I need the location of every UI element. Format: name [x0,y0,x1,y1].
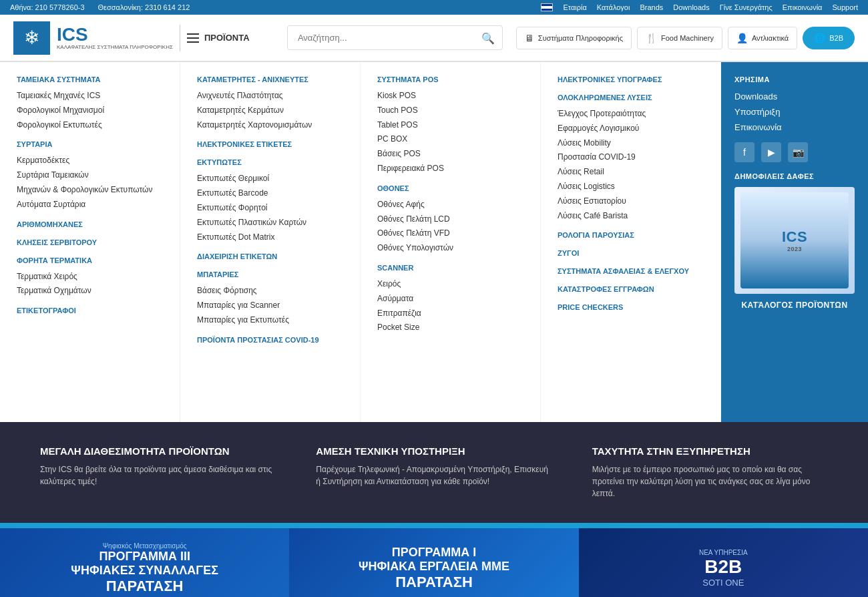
item-katam-xartono[interactable]: Καταμετρητές Χαρτονομισμάτων [197,120,343,131]
search-icon[interactable]: 🔍 [481,31,495,44]
item-sc-xeiros[interactable]: Χειρός [377,278,523,290]
cat-hl-etik[interactable]: ΗΛΕΚΤΡΟΝΙΚΕΣ ΕΤΙΚΕΤΕΣ [197,140,343,148]
item-forologikoi-ekt[interactable]: Φορολογικοί Εκτυπωτές [17,120,163,131]
cat-price-check[interactable]: PRICE CHECKERS [558,303,704,311]
item-anix-plast[interactable]: Ανιχνευτές Πλαστότητας [197,90,343,102]
cat-kliseis[interactable]: ΚΛΗΣΕΙΣ ΣΕΡΒΙΤΟΡΟΥ [17,238,163,246]
link-downloads[interactable]: Downloads [673,3,709,11]
panel-link-downloads[interactable]: Downloads [734,91,855,102]
feature-2-text: Παρέχουμε Τηλεφωνική - Απομακρυσμένη Υπο… [316,463,552,487]
item-oth-pelat-lcd[interactable]: Οθόνες Πελάτη LCD [377,214,523,225]
item-lyseis-est[interactable]: Λύσεις Εστιατορίου [558,196,704,207]
item-efarm-log[interactable]: Εφαρμογές Λογισμικού [558,123,704,134]
banner-2-sub: ΠΑΡΑΤΑΣΗ [359,574,509,591]
monitor-icon: 🖥 [525,33,534,43]
item-forologikoi-mhx[interactable]: Φορολογικοί Μηχανισμοί [17,105,163,116]
catalog-image[interactable]: ICS 2023 [734,187,855,294]
item-sc-epitr[interactable]: Επιτραπέζια [377,308,523,319]
menu-col-2: ΚΑΤΑΜΕΤΡΗΤΕΣ - ΑΝΙΧΝΕΥΤΕΣ Ανιχνευτές Πλα… [180,62,361,422]
item-touch[interactable]: Touch POS [377,105,523,116]
btn-systems[interactable]: 🖥 Συστήματα Πληροφορικής [516,27,632,49]
dhmof-title: ΔΗΜΟΦΙΛΕΙΣ ΔΑΦΕΣ [734,172,855,180]
item-mhxanon-foto[interactable]: Μηχανών & Φορολογικών Εκτυπωτών [17,184,163,196]
cat-arithmo[interactable]: ΑΡΙΘΜΟΜΗΧΑΝΕΣ [17,220,163,228]
item-perif-pos[interactable]: Περιφερειακά POS [377,163,523,174]
item-term-oxim[interactable]: Τερματικά Οχημάτων [17,285,163,296]
item-oth-ypol[interactable]: Οθόνες Υπολογιστών [377,242,523,254]
btn-food[interactable]: 🍴 Food Machinery [637,27,722,49]
link-epikoinwnia[interactable]: Επικοινωνία [783,3,823,11]
cat-scanner[interactable]: SCANNER [377,264,523,272]
item-oth-afis[interactable]: Οθόνες Αφής [377,199,523,210]
item-mpat-scanner[interactable]: Μπαταρίες για Scanner [197,300,343,311]
cat-diak-etik[interactable]: ΔΙΑΧΕΙΡΙΣΗ ΕΤΙΚΕΤΩΝ [197,252,343,260]
item-tablet[interactable]: Tablet POS [377,120,523,131]
panel-link-support[interactable]: Υποστήριξη [734,107,855,117]
link-brands[interactable]: Brands [640,3,663,11]
cat-mpataries[interactable]: ΜΠΑΤΑΡΙΕΣ [197,270,343,278]
link-support[interactable]: Support [832,3,858,11]
item-lyseis-mob[interactable]: Λύσεις Mobility [558,138,704,149]
btn-b2b[interactable]: 🌐 B2B [803,27,855,49]
item-mpat-ekt[interactable]: Μπαταρίες για Εκτυπωτές [197,315,343,326]
cat-forita[interactable]: ΦΟΡΗΤΑ ΤΕΡΜΑΤΙΚΑ [17,256,163,264]
item-kiosk[interactable]: Kiosk POS [377,90,523,102]
item-automata[interactable]: Αυτόματα Συρτάρια [17,199,163,210]
link-katalogoi[interactable]: Κατάλογοι [597,3,630,11]
item-term-xeiros[interactable]: Τερματικά Χειρός [17,271,163,282]
item-pcbox[interactable]: PC BOX [377,134,523,145]
item-ekt-barcode[interactable]: Εκτυπωτές Barcode [197,188,343,199]
cat-zygoi[interactable]: ΖΥΓΟΙ [558,249,704,257]
cat-ektyp[interactable]: ΕΚΤΥΠΩΤΕΣ [197,158,343,166]
item-prost-covid[interactable]: Προστασία COVID-19 [558,152,704,163]
cat-syrtatia[interactable]: ΣΥΡΤΑΡΙΑ [17,140,163,148]
link-synergatis[interactable]: Γίνε Συνεργάτης [720,3,773,11]
item-sc-pocket[interactable]: Pocket Size [377,322,523,333]
cat-covid[interactable]: ΠΡΟΪΟΝΤΑ ΠΡΟΣΤΑΣΙΑΣ COVID-19 [197,336,343,344]
nav-products[interactable]: ΠΡΟΪΟΝΤΑ [187,33,274,43]
banner-2[interactable]: ΠΡΟΓΡΑΜΜΑ ΙΨΗΦΙΑΚΑ ΕΡΓΑΛΕΙΑ ΜΜΕ ΠΑΡΑΤΑΣΗ [289,528,578,597]
banner-1-tag: Ψηφιακός Μετασχηματισμός [71,542,218,550]
cat-tameiaka[interactable]: ΤΑΜΕΙΑΚΑ ΣΥΣΤΗΜΑΤΑ [17,75,163,83]
menu-col-3: ΣΥΣΤΗΜΑΤΑ POS Kiosk POS Touch POS Tablet… [361,62,541,422]
item-ekt-plast[interactable]: Εκτυπωτές Πλαστικών Καρτών [197,217,343,228]
item-lyseis-log[interactable]: Λύσεις Logistics [558,181,704,192]
item-tameiakes-mhxanes[interactable]: Ταμειακές Μηχανές ICS [17,90,163,102]
cat-katastr[interactable]: ΚΑΤΑΣΤΡΟΦΕΣ ΕΓΓΡΑΦΩΝ [558,285,704,293]
instagram-icon[interactable]: 📷 [788,142,808,162]
link-etairia[interactable]: Εταιρία [563,3,586,11]
item-syrtatia-tam[interactable]: Συρτάρια Ταμειακών [17,170,163,181]
item-oth-pelat-vfd[interactable]: Οθόνες Πελάτη VFD [377,228,523,239]
item-vaseis-pos[interactable]: Βάσεις POS [377,148,523,160]
panel-link-contact[interactable]: Επικοινωνία [734,122,855,132]
item-lyseis-cafe[interactable]: Λύσεις Café Barista [558,210,704,222]
cat-syst-pos[interactable]: ΣΥΣΤΗΜΑΤΑ POS [377,75,523,83]
flag-icon[interactable] [541,3,553,11]
logo-text: ICS ΚΑΛΑΦΑΤΕΛΗΣ ΣΥΣΤΗΜΑΤΑ ΠΛΗΡΟΦΟΡΙΚΗΣ [57,25,173,51]
logo-icon[interactable] [13,21,50,55]
item-elegxos-prot[interactable]: Έλεγχος Προτεραιότητας [558,108,704,120]
item-ekt-therm[interactable]: Εκτυπωτές Θερμικοί [197,173,343,184]
banner-3[interactable]: ΝΕΑ ΥΠΗΡΕΣΙΑ B2B SOTI ONE [579,528,868,597]
cat-hl-ypografes[interactable]: ΗΛΕΚΤΡΟΝΙΚΕΣ ΥΠΟΓΡΑΦΕΣ [558,75,704,83]
cat-othones[interactable]: ΟΘΟΝΕΣ [377,184,523,192]
cat-rologia[interactable]: ΡΟΛΟΓΙΑ ΠΑΡΟΥΣΙΑΣ [558,231,704,239]
item-katam-kerm[interactable]: Καταμετρητές Κερμάτων [197,105,343,116]
item-vaseis-fort[interactable]: Βάσεις Φόρτισης [197,285,343,296]
item-lyseis-retail[interactable]: Λύσεις Retail [558,166,704,178]
item-sc-asyrm[interactable]: Ασύρματα [377,293,523,305]
feature-3-title: ΤΑΧΥΤΗΤΑ ΣΤΗΝ ΕΞΥΠΗΡΕΤΗΣΗ [592,445,828,457]
item-ekt-forit[interactable]: Εκτυπωτές Φορητοί [197,202,343,214]
cat-etiket[interactable]: ΕΤΙΚΕΤΟΓΡΑΦΟΙ [17,307,163,315]
banner-1[interactable]: Ψηφιακός Μετασχηματισμός ΠΡΟΓΡΑΜΜΑ ΙΙΙΨΗ… [0,528,289,597]
youtube-icon[interactable]: ▶ [761,142,781,162]
cat-olokl[interactable]: ΟΛΟΚΛΗΡΩΜΕΝΕΣ ΛΥΣΕΙΣ [558,93,704,102]
cat-asf[interactable]: ΣΥΣΤΗΜΑΤΑ ΑΣΦΑΛΕΙΑΣ & ΕΛΕΓΧΟΥ [558,267,704,275]
item-ekt-dot[interactable]: Εκτυπωτές Dot Matrix [197,232,343,243]
search-input[interactable] [287,25,503,50]
catalog-label[interactable]: Κατάλογος Προϊόντων [734,301,855,310]
cat-katam[interactable]: ΚΑΤΑΜΕΤΡΗΤΕΣ - ΑΝΙΧΝΕΥΤΕΣ [197,75,343,83]
item-kermato[interactable]: Κερματοδέκτες [17,155,163,166]
facebook-icon[interactable]: f [734,142,754,162]
btn-antliak[interactable]: 👤 Αντλιακτικά [728,27,797,49]
